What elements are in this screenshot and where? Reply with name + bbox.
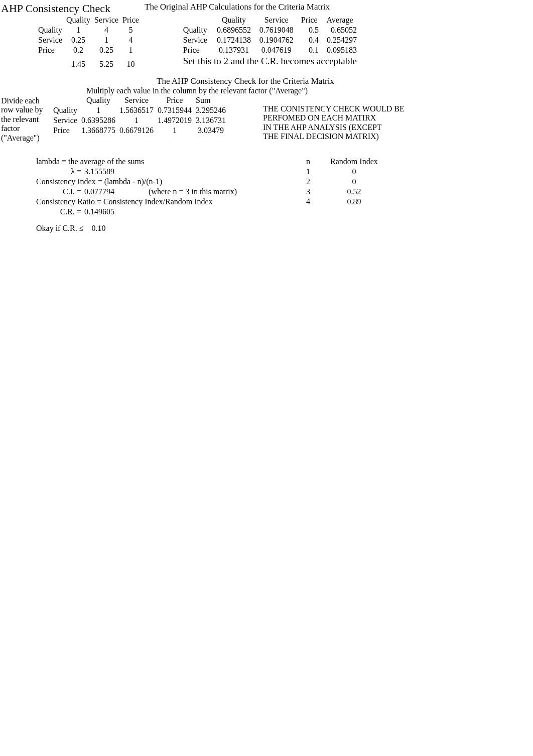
divide-note: Divide each row value by the relevant fa… [1,95,51,143]
ri-n: 4 [296,197,320,207]
col-header: Price [298,15,321,25]
cell: 0.7619048 [255,25,298,35]
ok-label: Okay if C.R. ≤ [36,224,84,232]
col-sum: 5.25 [92,59,120,69]
cell: 0.4 [298,35,321,45]
calc-row: lambda = the average of the sums λ = 3.1… [36,157,533,233]
col-header: Service [117,95,156,105]
cr-value: 0.149605 [84,207,118,217]
cell: 1.4972019 [156,115,194,125]
ri-val: 0 [320,177,388,187]
ci-value: 0.077794 [84,187,118,197]
cell: 1.5636517 [117,105,156,115]
cell: 0.1724138 [212,35,255,45]
cell: 0.7315944 [156,105,194,115]
note-line: THE CONISTENCY CHECK WOULD BE [263,104,405,113]
cell: 1 [79,105,117,115]
col-sum: 1.45 [64,59,92,69]
col-header: Average [321,15,359,25]
ok-value: 0.10 [92,224,106,232]
cell: 4 [120,35,141,45]
row-label: Service [51,115,79,125]
col-header: Sum [194,95,228,105]
cr-label: Consistency Ratio = Consistency Index/Ra… [36,197,241,207]
ri-val: 0.89 [320,197,388,207]
cell: 0.2 [64,45,92,55]
ri-n: 1 [296,167,320,177]
lambda-value: 3.155589 [84,167,118,177]
ri-n: 2 [296,177,320,187]
cell: 0.25 [64,35,92,45]
note-line: THE FINAL DECISION MATRIX) [263,132,405,141]
row-label: Quality [51,105,79,115]
cell: 0.095183 [321,45,359,55]
input-matrix: Quality Service Price Quality 1 4 5 Serv… [36,15,141,69]
cell: 0.137931 [212,45,255,55]
cell: 1 [64,25,92,35]
ok-threshold: Okay if C.R. ≤ 0.10 [36,224,241,233]
cell: 3.136731 [194,115,228,125]
col-sum: 10 [120,59,141,69]
row-label: Price [181,45,213,55]
note-line: PERFOMED ON EACH MATIRX [263,113,405,122]
ri-head-n: n [296,157,320,167]
lambda-symbol: λ = [36,167,84,177]
cell: 0.047619 [255,45,298,55]
consistency-check-subtitle: Multiply each value in the column by the… [86,86,308,95]
matrices-row: Quality Service Price Quality 1 4 5 Serv… [1,15,533,69]
cr-acceptable-note: Set this to 2 and the C.R. becomes accep… [183,56,357,66]
col-header: Price [120,15,141,25]
cell: 3.03479 [194,125,228,136]
cell: 0.6395286 [79,115,117,125]
header-row: AHP Consistency Check The Original AHP C… [1,2,533,15]
cell: 5 [120,25,141,35]
cell: 3.295246 [194,105,228,115]
original-calc-title: The Original AHP Calculations for the Cr… [145,2,330,12]
col-header: Service [92,15,120,25]
ri-val: 0.52 [320,187,388,197]
note-line: IN THE AHP ANALYSIS (EXCEPT [263,123,405,132]
random-index-table: n Random Index 1 0 2 0 3 0.52 4 0.89 [296,157,388,207]
consistency-right-note: THE CONISTENCY CHECK WOULD BE PERFOMED O… [263,95,405,142]
ri-head-label: Random Index [320,157,388,167]
page-title: AHP Consistency Check [1,2,110,15]
col-header: Quality [64,15,92,25]
cell: 0.6679126 [117,125,156,136]
row-label: Price [36,45,64,55]
calc-table: lambda = the average of the sums λ = 3.1… [36,157,241,217]
cell: 0.254297 [321,35,359,45]
cell: 1 [156,125,194,136]
cell: 0.5 [298,25,321,35]
col-header: Price [156,95,194,105]
lambda-label: lambda = the average of the sums [36,157,241,167]
cell: 0.1904762 [255,35,298,45]
cell: 1 [92,35,120,45]
cell: 1 [117,115,156,125]
cell: 0.25 [92,45,120,55]
col-header: Quality [212,15,255,25]
cell: 4 [92,25,120,35]
row-label: Quality [36,25,64,35]
cell: 0.1 [298,45,321,55]
ci-note: (where n = 3 in this matrix) [118,187,241,197]
consistency-check-row: Divide each row value by the relevant fa… [1,95,533,143]
normalized-matrix: Quality Service Price Average Quality 0.… [181,15,359,67]
cell: 1.3668775 [79,125,117,136]
cell: 1 [120,45,141,55]
row-label: Service [181,35,213,45]
cell: 0.6896552 [212,25,255,35]
ci-symbol: C.I. = [36,187,84,197]
consistency-check-title: The AHP Consistency Check for the Criter… [157,76,334,86]
cell: 0.65052 [321,25,359,35]
col-header: Quality [79,95,117,105]
cr-symbol: C.R. = [36,207,84,217]
col-header: Service [255,15,298,25]
ri-val: 0 [320,167,388,177]
row-label: Quality [181,25,213,35]
row-label: Service [36,35,64,45]
ci-label: Consistency Index = (lambda - n)/(n-1) [36,177,241,187]
row-label: Price [51,125,79,136]
ri-n: 3 [296,187,320,197]
consistency-matrix: Quality Service Price Sum Quality 1 1.56… [51,95,228,136]
